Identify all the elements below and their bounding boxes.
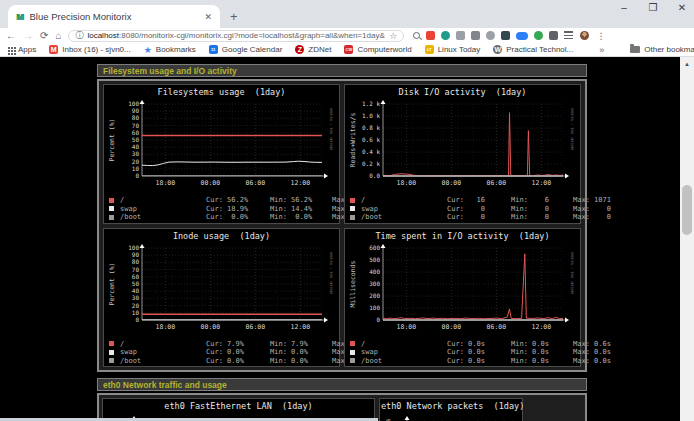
minimize-button[interactable]: – [618,2,630,13]
monitorix-page: Filesystem usage and I/O activity Filesy… [0,57,694,421]
section-header-filesystem: Filesystem usage and I/O activity [97,64,587,77]
rrdtool-watermark: RRDTOOL / TOBI OETIKER [570,252,574,294]
bookmark-apps-grid[interactable]: Apps [8,45,36,54]
maximize-button[interactable]: ❐ [647,2,659,13]
y-tick-label: 1.2 k [362,100,380,107]
scrollbar-thumb[interactable] [682,185,692,235]
zdnet-icon: Z [295,45,304,54]
legend-min: Min: 0.0s [511,348,573,356]
legend-name: / [120,196,206,204]
cast-extension-icon[interactable] [486,31,495,40]
back-button[interactable]: ← [6,31,16,41]
bookmark-calendar[interactable]: 31Google Calendar [209,45,282,54]
y-tick-label: 200 [369,292,380,299]
dark-extension-icon[interactable] [501,31,510,40]
legend-cur: Cur: 0 [447,213,511,221]
y-tick-label: 0 [135,316,139,323]
filesystem-section: Filesystem usage and I/O activity Filesy… [97,57,587,372]
legend-swatch [350,198,355,203]
other-bookmarks-label: Other bookmarks [644,45,694,54]
x-tick-label: 18:00 [156,323,176,331]
forward-button[interactable]: → [23,31,33,41]
bookmark-label: ZDNet [308,45,331,54]
x-tick-label: 12:00 [291,323,311,331]
legend-name: /boot [361,213,447,221]
gray-extension-icon[interactable] [471,31,480,40]
legend-min: Min: 0.0% [270,357,332,365]
monitorix-favicon-icon: M [16,12,24,22]
legend-cur: Cur: 7.9% [206,340,270,348]
bookmark-wordpress[interactable]: WPractical Technol... [493,45,573,54]
legend-max: Max: 0 [573,205,635,213]
bookmark-computerworld[interactable]: CWComputerworld [344,45,411,54]
y-tick-label: 50 [132,136,140,143]
bookmark-linuxtoday[interactable]: LTLinux Today [425,45,481,54]
y-tick-label: 500 [369,256,380,263]
close-button[interactable]: ✕ [676,2,688,13]
legend-min: Min: 14.4% [270,205,332,213]
legend-row: /bootCur: 0.0%Min: 0.0%Max: 0.0% [109,357,338,366]
chart-plot: Packets/s1.0 [381,412,527,421]
chart-time-in-io[interactable]: Time spent in I/O activity (1day)Millise… [344,228,581,368]
legend-row: /bootCur: 0.0sMin: 0.0sMax: 0.0s [350,357,579,366]
legend-row: /Cur: 56.2%Min: 56.2%Max: 56.2% [109,196,338,205]
chart-filesystems-usage[interactable]: Filesystems usage (1day)Percent (%)10090… [103,84,340,224]
blue-extension-icon[interactable] [516,32,528,40]
extension-icons [413,31,573,40]
browser-toolbar: ← → ⟳ ⌂ ⓘ localhost:8080/monitorix-cgi/m… [0,28,694,43]
legend-max: Max: 1071 [573,196,635,204]
legend-name: /boot [120,213,206,221]
bookmark-gmail[interactable]: MInbox (16) - sjvn0... [49,45,130,54]
y-tick-label: 10 [132,308,140,315]
y-tick-label: 70 [132,122,140,129]
extensions-puzzle-icon[interactable] [549,31,558,40]
other-bookmarks-button[interactable]: Other bookmarks [630,45,694,54]
y-tick-label: 30 [132,150,140,157]
search-icon[interactable] [413,32,420,39]
chrome-menu-icon[interactable]: ⋮ [596,31,605,41]
page-info-icon[interactable]: ⓘ [75,30,83,41]
new-tab-button[interactable]: + [230,9,238,24]
bookmark-zdnet[interactable]: ZZDNet [295,45,331,54]
legend-max: Max: 0.0s [573,348,635,356]
bookmark-star-icon[interactable]: ☆ [389,31,397,41]
x-tick-label: 18:00 [397,323,417,331]
bookmark-label: Computerworld [357,45,411,54]
reading-list-icon[interactable] [564,31,573,40]
copy-pages-icon[interactable] [456,31,465,40]
bookmarks-overflow-chevron[interactable]: » [599,45,604,55]
address-bar[interactable]: ⓘ localhost:8080/monitorix-cgi/monitorix… [68,30,404,42]
vertical-scrollbar[interactable]: ▲ [680,57,694,421]
chart-inode-usage[interactable]: Inode usage (1day)Percent (%)10090807060… [103,228,340,368]
chart-disk-io-activity[interactable]: Disk I/O activity (1day)Reads+Writes/s1.… [344,84,581,224]
scroll-up-arrow-icon[interactable]: ▲ [680,57,694,71]
home-button[interactable]: ⌂ [55,31,61,41]
green-extension-icon[interactable] [534,31,543,40]
bookmark-label: Practical Technol... [506,45,573,54]
profile-avatar[interactable] [580,31,589,40]
chart-eth0-packets[interactable]: eth0 Network packets (1day)Packets/s1.0 [379,398,523,421]
legend-row: /Cur: 16Min: 6Max: 1071 [350,196,579,205]
star-icon: ★ [144,45,152,55]
legend-row: swapCur: 0.0%Min: 0.0%Max: 0.0% [109,348,338,357]
legend-min: Min: 0.0s [511,340,573,348]
legend-name: /boot [361,357,447,365]
tab-close-icon[interactable]: ✕ [204,12,212,22]
y-tick-label: 30 [132,294,140,301]
legend-row: swapCur: 0.0sMin: 0.0sMax: 0.0s [350,348,579,357]
legend-min: Min: 0.0s [511,357,573,365]
y-tick-label: 0 [376,316,380,323]
y-tick-label: 100 [369,304,380,311]
y-tick-label: 80 [132,114,140,121]
legend-cur: Cur: 16 [447,196,511,204]
legend-swatch [109,350,114,355]
bookmark-star[interactable]: ★Bookmarks [144,45,196,55]
browser-tab[interactable]: M Blue Precision Monitorix ✕ [8,5,220,28]
x-tick-label: 00:00 [201,323,221,331]
y-tick-label: 10 [132,165,140,172]
gmail-icon[interactable] [426,31,435,40]
reload-button[interactable]: ⟳ [40,31,48,41]
legend-name: swap [361,348,447,356]
globe-extension-icon[interactable] [441,31,450,40]
y-axis-label: Percent (%) [108,262,116,305]
